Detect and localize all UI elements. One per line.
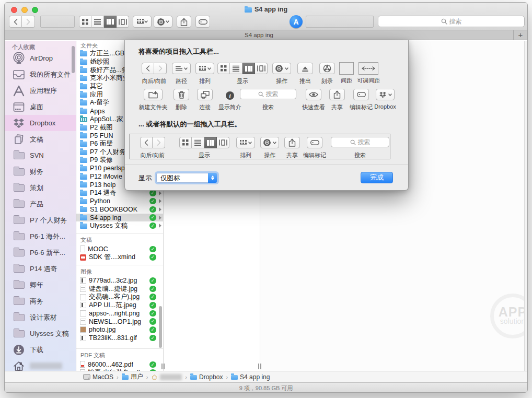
sidebar-item-cehua[interactable]: 策划 bbox=[5, 180, 76, 196]
sheet-item-burn[interactable]: 刻录 bbox=[317, 63, 338, 85]
sheet-title: 将喜爱的项目拖入工具栏... bbox=[138, 47, 219, 56]
path-segment-macos[interactable]: MacOS bbox=[83, 373, 113, 381]
sheet-item-get-info[interactable]: i 显示简介 bbox=[218, 89, 242, 111]
sidebar-item-airdrop[interactable]: AirDrop bbox=[5, 50, 76, 66]
sidebar-item-documents[interactable]: 文稿 bbox=[5, 131, 76, 147]
file-row[interactable]: SDK 管....xmind✓ bbox=[76, 253, 163, 262]
folder-icon bbox=[12, 198, 26, 210]
folder-icon bbox=[80, 76, 87, 81]
path-segment-dropbox[interactable]: Dropbox bbox=[190, 373, 223, 381]
coverflow-view-button[interactable] bbox=[117, 16, 129, 28]
synced-icon: ✓ bbox=[149, 361, 156, 368]
sheet-item-dropbox[interactable]: Dropbox bbox=[373, 89, 398, 110]
sidebar-item-shangwu[interactable]: 商务 bbox=[5, 293, 76, 309]
disk-icon bbox=[83, 374, 90, 380]
chevron-right-icon: › bbox=[117, 374, 119, 380]
file-row[interactable]: S1 BOOKBOOK✓ bbox=[76, 205, 163, 214]
sidebar-item-p6-6[interactable]: P6-6 新平... bbox=[5, 244, 76, 261]
file-row[interactable]: 9779ad...3c2.jpg✓ bbox=[76, 277, 163, 285]
file-row[interactable]: Ulysses 文稿✓ bbox=[76, 221, 163, 230]
done-button[interactable]: 完成 bbox=[361, 172, 393, 183]
folder-icon bbox=[12, 149, 26, 162]
tab-s4-app-ing[interactable]: S4 app ing bbox=[5, 30, 513, 40]
toolbar-space-placeholder-2[interactable] bbox=[306, 16, 374, 28]
sidebar-item-applications[interactable]: 应用程序 bbox=[5, 83, 76, 99]
synced-icon: ✓ bbox=[149, 294, 156, 300]
list-view-icon bbox=[192, 137, 204, 148]
sheet-item-eject[interactable]: 推出 bbox=[295, 63, 316, 85]
sheet-item-back-forward[interactable]: 向后/向前 bbox=[137, 63, 171, 85]
icon-view-button[interactable] bbox=[79, 16, 91, 28]
path-segment-home[interactable] bbox=[151, 374, 182, 380]
sidebar-item-p7[interactable]: P7 个人财务 bbox=[5, 212, 76, 228]
toolbar-search-input[interactable]: 搜索 bbox=[378, 16, 525, 27]
image-file-icon bbox=[80, 302, 86, 308]
back-button[interactable] bbox=[9, 16, 22, 28]
share-button[interactable] bbox=[177, 16, 191, 28]
arrange-icon bbox=[199, 66, 206, 72]
column-view-button[interactable] bbox=[104, 16, 117, 28]
file-row[interactable]: appso-...right.png✓ bbox=[76, 309, 163, 318]
arrange-button[interactable] bbox=[133, 16, 152, 28]
all-files-icon bbox=[12, 68, 26, 81]
disclosure-icon bbox=[159, 207, 161, 212]
sidebar-item-qingnian[interactable]: 卿年 bbox=[5, 277, 76, 293]
column-resize-handle[interactable] bbox=[161, 364, 166, 369]
file-row[interactable]: Python✓ bbox=[76, 197, 163, 205]
download-icon bbox=[12, 344, 26, 356]
file-row[interactable]: APP UI...范.jpeg✓ bbox=[76, 301, 163, 310]
sheet-item-edit-tags[interactable]: 编辑标记 bbox=[349, 89, 374, 111]
action-button[interactable] bbox=[154, 16, 172, 28]
column-scrollbar[interactable] bbox=[159, 306, 162, 348]
sheet-item-quick-look[interactable]: 快速查看 bbox=[302, 89, 326, 111]
space-icon bbox=[339, 62, 354, 75]
file-row-selected[interactable]: S4 app ing✓ bbox=[76, 214, 163, 222]
app-store-icon[interactable]: A bbox=[290, 15, 303, 28]
list-view-button[interactable] bbox=[91, 16, 104, 28]
sidebar-item-p14[interactable]: P14 遇奇 bbox=[5, 261, 76, 277]
sheet-item-share[interactable]: 共享 bbox=[327, 89, 348, 111]
sheet-item-flexible-space[interactable]: 可调间距 bbox=[356, 62, 380, 85]
new-tab-button[interactable]: + bbox=[513, 30, 527, 40]
file-row[interactable]: 交易确...客户).jpg✓ bbox=[76, 293, 163, 301]
tag-button[interactable] bbox=[195, 16, 210, 28]
file-row[interactable]: 键盘编...捷键.jpg✓ bbox=[76, 285, 163, 293]
path-segment-s4-app-ing[interactable]: S4 app ing bbox=[231, 373, 270, 381]
sidebar-scrollbar[interactable] bbox=[72, 46, 75, 73]
folder-icon bbox=[12, 311, 26, 324]
file-row[interactable]: MOOC✓ bbox=[76, 245, 163, 253]
sheet-item-path[interactable]: 路径 bbox=[170, 63, 193, 85]
icon-view-icon bbox=[217, 63, 230, 74]
sidebar-item-p6-1[interactable]: P6-1 海外... bbox=[5, 228, 76, 244]
sidebar-item-caiwu[interactable]: 财务 bbox=[5, 163, 76, 180]
file-row[interactable]: NEWSL...OP1.jpg✓ bbox=[76, 318, 163, 326]
sidebar-item-dropbox[interactable]: Dropbox bbox=[5, 115, 76, 131]
sidebar-item-home[interactable] bbox=[5, 358, 76, 371]
toolbar-space-placeholder[interactable] bbox=[40, 16, 75, 28]
show-mode-select[interactable]: 仅图标 bbox=[156, 173, 217, 183]
sidebar-item-desktop[interactable]: 桌面 bbox=[5, 99, 76, 115]
sidebar-item-chanpin[interactable]: 产品 bbox=[5, 196, 76, 212]
sheet-item-view[interactable]: 显示 bbox=[218, 63, 267, 85]
file-row[interactable]: TB23liK...831.gif✓ bbox=[76, 334, 163, 342]
column-resize-handle[interactable] bbox=[258, 364, 262, 369]
file-row[interactable]: 86000...462.pdf✓ bbox=[76, 360, 163, 369]
default-toolbar-set[interactable]: 向后/向前 显示 排列 操作 共享 bbox=[129, 134, 390, 159]
sidebar-item-svn[interactable]: SVN bbox=[5, 147, 76, 163]
sheet-item-new-folder[interactable]: 新建文件夹 bbox=[136, 89, 170, 111]
sheet-item-connect[interactable]: 连接 bbox=[194, 89, 215, 111]
sheet-item-search[interactable]: 搜索 搜索 bbox=[240, 89, 296, 111]
folder-icon bbox=[80, 224, 87, 229]
sheet-item-arrange[interactable]: 排列 bbox=[193, 63, 216, 85]
forward-button[interactable] bbox=[22, 16, 35, 28]
sidebar-item-all-my-files[interactable]: 我的所有文件 bbox=[5, 66, 76, 83]
sidebar-item-downloads[interactable]: 下载 bbox=[5, 342, 76, 358]
chevron-right-icon: › bbox=[146, 374, 148, 380]
path-segment-users[interactable]: 用户 bbox=[122, 372, 143, 381]
file-row[interactable]: photo.jpg✓ bbox=[76, 326, 163, 334]
sheet-item-space[interactable]: 间距 bbox=[337, 62, 356, 85]
sidebar-item-ulysses[interactable]: Ulysses 文稿 bbox=[5, 325, 76, 342]
sheet-item-action[interactable]: 操作 bbox=[270, 63, 293, 85]
sidebar-item-sheji[interactable]: 设计素材 bbox=[5, 309, 76, 325]
sheet-item-delete[interactable]: 删除 bbox=[171, 89, 192, 111]
